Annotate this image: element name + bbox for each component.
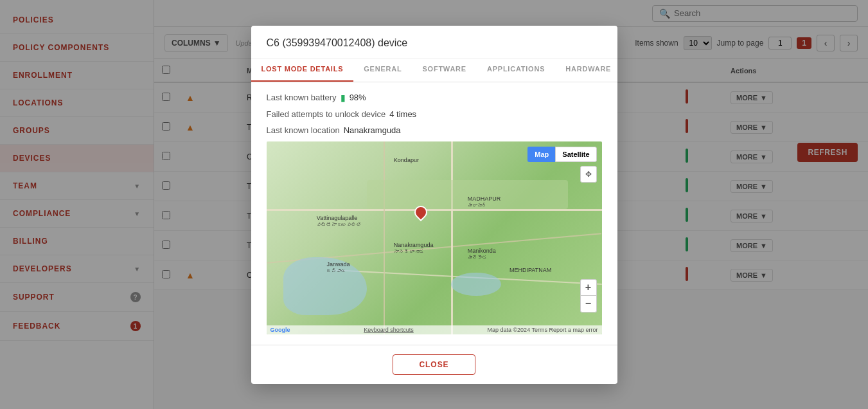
- map-zoom-in-button[interactable]: +: [580, 279, 597, 296]
- tab-software[interactable]: SOFTWARE: [412, 59, 477, 82]
- attempts-value: 4 times: [389, 109, 416, 119]
- map-type-map-button[interactable]: Map: [527, 147, 555, 162]
- map-type-controls: Map Satellite: [527, 147, 596, 162]
- map-pin-head: [411, 203, 429, 221]
- location-label: Last known location: [267, 125, 340, 135]
- location-row: Last known location Nanakramguda: [267, 125, 602, 135]
- modal-header: C6 (359939470012408) device: [251, 26, 617, 59]
- modal-footer: CLOSE: [251, 345, 617, 384]
- map-fullscreen-button[interactable]: ✥: [580, 166, 597, 183]
- map-label-janwada: Janwadaజన్వాడ: [326, 261, 350, 274]
- attempts-label: Failed attempts to unlock device: [267, 109, 386, 119]
- map-label-manikonda: Manikondaమానికొండ: [468, 248, 496, 260]
- map-label-mehdipatnam: MEHDIPATNAM: [509, 267, 551, 273]
- device-modal: C6 (359939470012408) device LOST MODE DE…: [251, 26, 617, 384]
- map-label-vattinagulapalle: Vattinagulapalleవట్టినాగులపల్లె: [317, 215, 362, 228]
- close-button[interactable]: CLOSE: [393, 354, 475, 375]
- battery-row: Last known battery ▮ 98%: [267, 93, 602, 103]
- modal-title: C6 (359939470012408) device: [267, 37, 408, 48]
- map-label-madhapur: MADHAPURమాధాపూర్: [468, 195, 501, 208]
- modal-tabs: LOST MODE DETAILS GENERAL SOFTWARE APPLI…: [251, 59, 617, 82]
- modal-overlay: C6 (359939470012408) device LOST MODE DE…: [0, 0, 868, 409]
- tab-hardware[interactable]: HARDWARE: [555, 59, 617, 82]
- map-zoom-out-button[interactable]: −: [580, 296, 597, 313]
- battery-value: 98%: [350, 93, 366, 102]
- location-value: Nanakramguda: [344, 125, 401, 135]
- keyboard-shortcuts[interactable]: Keyboard shortcuts: [364, 327, 414, 333]
- google-logo: Google: [270, 327, 290, 333]
- map-container[interactable]: Kondapur MADHAPURమాధాపూర్ Nanakramgudaనా…: [267, 141, 602, 334]
- map-label-nanakramguda: Nanakramgudaనానక్రాంగూడ: [394, 242, 434, 255]
- map-data-attribution: Map data ©2024 Terms Report a map error: [487, 327, 598, 333]
- modal-body: Last known battery ▮ 98% Failed attempts…: [251, 82, 617, 345]
- map-type-satellite-button[interactable]: Satellite: [555, 147, 596, 162]
- battery-label: Last known battery: [267, 93, 337, 102]
- map-attribution: Google Keyboard shortcuts Map data ©2024…: [267, 325, 602, 334]
- map-label-kondapur: Kondapur: [394, 157, 419, 163]
- map-pin: [414, 206, 427, 223]
- tab-general[interactable]: GENERAL: [353, 59, 412, 82]
- tab-lost-mode-details[interactable]: LOST MODE DETAILS: [251, 59, 354, 82]
- attempts-row: Failed attempts to unlock device 4 times: [267, 109, 602, 119]
- battery-icon: ▮: [341, 93, 346, 103]
- map-background: Kondapur MADHAPURమాధాపూర్ Nanakramgudaనా…: [267, 141, 602, 334]
- tab-applications[interactable]: APPLICATIONS: [477, 59, 555, 82]
